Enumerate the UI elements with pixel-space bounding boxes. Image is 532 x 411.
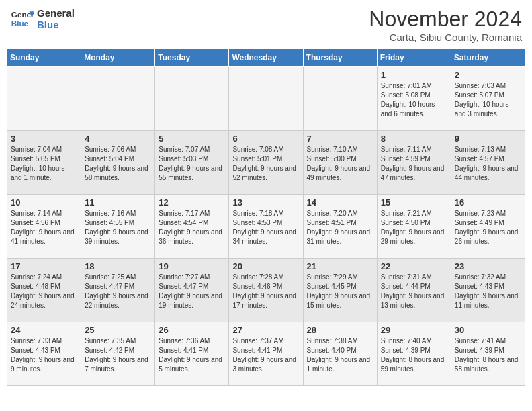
calendar-cell — [81, 67, 155, 131]
calendar-cell: 26Sunrise: 7:36 AM Sunset: 4:41 PM Dayli… — [155, 322, 229, 386]
calendar-table: SundayMondayTuesdayWednesdayThursdayFrid… — [7, 48, 525, 386]
day-info: Sunrise: 7:29 AM Sunset: 4:45 PM Dayligh… — [307, 273, 373, 310]
calendar-cell: 1Sunrise: 7:01 AM Sunset: 5:08 PM Daylig… — [377, 67, 451, 131]
day-header-tuesday: Tuesday — [155, 49, 229, 67]
calendar-cell: 16Sunrise: 7:23 AM Sunset: 4:49 PM Dayli… — [451, 195, 525, 259]
day-number: 11 — [85, 197, 151, 208]
day-number: 18 — [85, 261, 151, 271]
day-number: 9 — [455, 134, 521, 144]
day-number: 12 — [159, 197, 225, 208]
day-info: Sunrise: 7:38 AM Sunset: 4:40 PM Dayligh… — [307, 336, 373, 374]
day-info: Sunrise: 7:40 AM Sunset: 4:39 PM Dayligh… — [381, 336, 447, 374]
day-info: Sunrise: 7:32 AM Sunset: 4:43 PM Dayligh… — [455, 273, 521, 310]
calendar-cell — [7, 67, 81, 131]
day-info: Sunrise: 7:24 AM Sunset: 4:48 PM Dayligh… — [11, 273, 77, 310]
day-info: Sunrise: 7:33 AM Sunset: 4:43 PM Dayligh… — [11, 336, 77, 374]
logo: General Blue General Blue — [10, 7, 75, 31]
calendar-cell: 22Sunrise: 7:31 AM Sunset: 4:44 PM Dayli… — [377, 259, 451, 322]
day-info: Sunrise: 7:37 AM Sunset: 4:41 PM Dayligh… — [232, 336, 299, 374]
logo-icon: General Blue — [10, 7, 34, 31]
day-info: Sunrise: 7:10 AM Sunset: 5:00 PM Dayligh… — [307, 145, 373, 183]
day-info: Sunrise: 7:04 AM Sunset: 5:05 PM Dayligh… — [11, 145, 77, 183]
day-number: 29 — [381, 325, 447, 335]
day-info: Sunrise: 7:28 AM Sunset: 4:46 PM Dayligh… — [232, 273, 299, 310]
day-info: Sunrise: 7:21 AM Sunset: 4:50 PM Dayligh… — [381, 209, 447, 246]
week-row-5: 24Sunrise: 7:33 AM Sunset: 4:43 PM Dayli… — [7, 322, 525, 386]
day-info: Sunrise: 7:25 AM Sunset: 4:47 PM Dayligh… — [85, 273, 151, 310]
day-number: 10 — [11, 197, 77, 208]
day-number: 23 — [455, 261, 521, 271]
week-row-3: 10Sunrise: 7:14 AM Sunset: 4:56 PM Dayli… — [7, 195, 525, 259]
day-number: 15 — [381, 197, 447, 208]
day-number: 2 — [455, 70, 521, 80]
day-info: Sunrise: 7:36 AM Sunset: 4:41 PM Dayligh… — [159, 336, 225, 374]
day-number: 30 — [455, 325, 521, 335]
day-number: 13 — [232, 197, 299, 208]
day-info: Sunrise: 7:13 AM Sunset: 4:57 PM Dayligh… — [455, 145, 521, 183]
day-number: 20 — [232, 261, 299, 271]
calendar-cell: 4Sunrise: 7:06 AM Sunset: 5:04 PM Daylig… — [81, 131, 155, 195]
day-number: 1 — [381, 70, 447, 80]
calendar-cell: 19Sunrise: 7:27 AM Sunset: 4:47 PM Dayli… — [155, 259, 229, 322]
day-number: 25 — [85, 325, 151, 335]
day-number: 19 — [159, 261, 225, 271]
day-info: Sunrise: 7:20 AM Sunset: 4:51 PM Dayligh… — [307, 209, 373, 246]
calendar-cell: 24Sunrise: 7:33 AM Sunset: 4:43 PM Dayli… — [7, 322, 81, 386]
day-number: 8 — [381, 134, 447, 144]
day-header-monday: Monday — [81, 49, 155, 67]
day-info: Sunrise: 7:27 AM Sunset: 4:47 PM Dayligh… — [159, 273, 225, 310]
calendar-cell: 20Sunrise: 7:28 AM Sunset: 4:46 PM Dayli… — [229, 259, 303, 322]
day-number: 5 — [159, 134, 225, 144]
calendar-cell: 23Sunrise: 7:32 AM Sunset: 4:43 PM Dayli… — [451, 259, 525, 322]
day-number: 21 — [307, 261, 373, 271]
calendar-body: 1Sunrise: 7:01 AM Sunset: 5:08 PM Daylig… — [7, 67, 525, 386]
calendar-cell: 9Sunrise: 7:13 AM Sunset: 4:57 PM Daylig… — [451, 131, 525, 195]
calendar-cell: 3Sunrise: 7:04 AM Sunset: 5:05 PM Daylig… — [7, 131, 81, 195]
calendar-cell — [229, 67, 303, 131]
calendar-header-row: SundayMondayTuesdayWednesdayThursdayFrid… — [7, 49, 525, 67]
day-info: Sunrise: 7:03 AM Sunset: 5:07 PM Dayligh… — [455, 81, 521, 119]
day-info: Sunrise: 7:23 AM Sunset: 4:49 PM Dayligh… — [455, 209, 521, 246]
calendar-cell: 15Sunrise: 7:21 AM Sunset: 4:50 PM Dayli… — [377, 195, 451, 259]
day-number: 14 — [307, 197, 373, 208]
day-info: Sunrise: 7:01 AM Sunset: 5:08 PM Dayligh… — [381, 81, 447, 119]
day-number: 4 — [85, 134, 151, 144]
day-info: Sunrise: 7:07 AM Sunset: 5:03 PM Dayligh… — [159, 145, 225, 183]
day-info: Sunrise: 7:06 AM Sunset: 5:04 PM Dayligh… — [85, 145, 151, 183]
calendar-cell: 21Sunrise: 7:29 AM Sunset: 4:45 PM Dayli… — [303, 259, 377, 322]
calendar-cell: 17Sunrise: 7:24 AM Sunset: 4:48 PM Dayli… — [7, 259, 81, 322]
week-row-4: 17Sunrise: 7:24 AM Sunset: 4:48 PM Dayli… — [7, 259, 525, 322]
calendar-cell — [155, 67, 229, 131]
calendar-cell: 28Sunrise: 7:38 AM Sunset: 4:40 PM Dayli… — [303, 322, 377, 386]
day-info: Sunrise: 7:31 AM Sunset: 4:44 PM Dayligh… — [381, 273, 447, 310]
calendar-cell: 2Sunrise: 7:03 AM Sunset: 5:07 PM Daylig… — [451, 67, 525, 131]
day-header-wednesday: Wednesday — [229, 49, 303, 67]
month-title: November 2024 — [369, 7, 522, 32]
day-header-sunday: Sunday — [7, 49, 81, 67]
calendar-cell: 29Sunrise: 7:40 AM Sunset: 4:39 PM Dayli… — [377, 322, 451, 386]
calendar-cell: 27Sunrise: 7:37 AM Sunset: 4:41 PM Dayli… — [229, 322, 303, 386]
logo-line2: Blue — [37, 19, 75, 30]
day-number: 16 — [455, 197, 521, 208]
day-info: Sunrise: 7:41 AM Sunset: 4:39 PM Dayligh… — [455, 336, 521, 374]
day-number: 26 — [159, 325, 225, 335]
day-info: Sunrise: 7:16 AM Sunset: 4:55 PM Dayligh… — [85, 209, 151, 246]
calendar-cell: 11Sunrise: 7:16 AM Sunset: 4:55 PM Dayli… — [81, 195, 155, 259]
day-info: Sunrise: 7:18 AM Sunset: 4:53 PM Dayligh… — [232, 209, 299, 246]
calendar-cell: 6Sunrise: 7:08 AM Sunset: 5:01 PM Daylig… — [229, 131, 303, 195]
subtitle: Carta, Sibiu County, Romania — [369, 32, 522, 43]
day-info: Sunrise: 7:11 AM Sunset: 4:59 PM Dayligh… — [381, 145, 447, 183]
day-number: 27 — [232, 325, 299, 335]
day-info: Sunrise: 7:08 AM Sunset: 5:01 PM Dayligh… — [232, 145, 299, 183]
calendar-cell: 5Sunrise: 7:07 AM Sunset: 5:03 PM Daylig… — [155, 131, 229, 195]
day-number: 6 — [232, 134, 299, 144]
calendar-cell: 10Sunrise: 7:14 AM Sunset: 4:56 PM Dayli… — [7, 195, 81, 259]
calendar-cell: 12Sunrise: 7:17 AM Sunset: 4:54 PM Dayli… — [155, 195, 229, 259]
logo-line1: General — [37, 7, 75, 19]
calendar-cell: 25Sunrise: 7:35 AM Sunset: 4:42 PM Dayli… — [81, 322, 155, 386]
day-header-saturday: Saturday — [451, 49, 525, 67]
day-number: 22 — [381, 261, 447, 271]
calendar-cell: 8Sunrise: 7:11 AM Sunset: 4:59 PM Daylig… — [377, 131, 451, 195]
day-number: 17 — [11, 261, 77, 271]
day-info: Sunrise: 7:17 AM Sunset: 4:54 PM Dayligh… — [159, 209, 225, 246]
